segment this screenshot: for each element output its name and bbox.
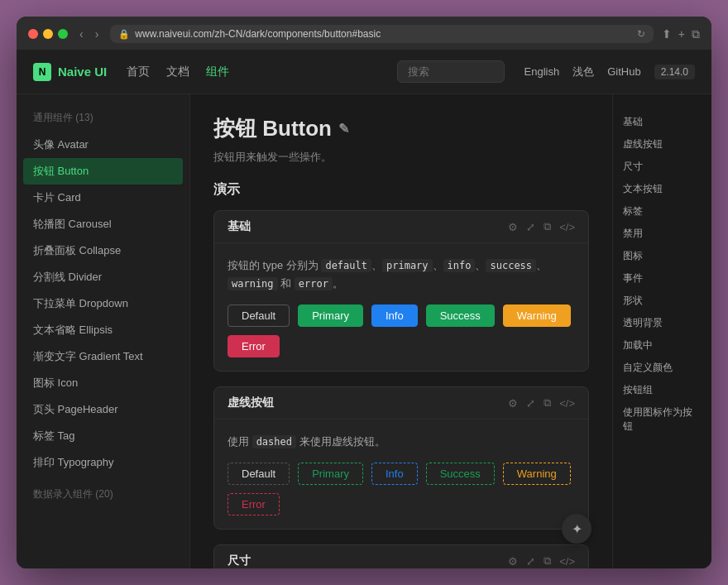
minimize-button[interactable]	[43, 29, 53, 39]
basic-button-group-2: Error	[228, 335, 575, 357]
new-tab-button[interactable]: +	[678, 27, 685, 41]
traffic-lights	[28, 29, 68, 39]
btn-error[interactable]: Error	[228, 335, 280, 357]
basic-button-group: Default Primary Info Success Warning	[228, 304, 575, 327]
maximize-button[interactable]	[58, 29, 68, 39]
close-button[interactable]	[28, 29, 38, 39]
sidebar-item-collapse[interactable]: 折叠面板 Collapse	[17, 237, 189, 264]
code-icon-2[interactable]: </>	[559, 397, 575, 410]
sidebar-item-icon[interactable]: 图标 Icon	[17, 370, 189, 396]
btn-dashed-primary[interactable]: Primary	[298, 463, 363, 485]
right-sidebar-item-size[interactable]: 尺寸	[623, 156, 702, 178]
sidebar-item-button[interactable]: 按钮 Button	[23, 158, 183, 185]
floating-action-button[interactable]: ✦	[562, 514, 592, 544]
btn-warning[interactable]: Warning	[503, 304, 571, 327]
sidebar: 通用组件 (13) 头像 Avatar 按钮 Button 卡片 Card 轮播…	[17, 94, 190, 568]
nav-docs[interactable]: 文档	[166, 61, 189, 83]
sidebar-section-title: 通用组件 (13)	[17, 108, 189, 132]
right-sidebar-item-tag[interactable]: 标签	[623, 200, 702, 223]
copy-icon-2[interactable]: ⧉	[544, 396, 551, 410]
demo-card-size-header: 尺寸 ⚙ ⤢ ⧉ </>	[214, 545, 588, 568]
btn-dashed-warning[interactable]: Warning	[503, 463, 571, 485]
back-button[interactable]: ‹	[76, 26, 87, 42]
demo-card-dashed-actions: ⚙ ⤢ ⧉ </>	[508, 396, 575, 410]
sidebar-item-carousel[interactable]: 轮播图 Carousel	[17, 211, 189, 237]
demo-card-dashed: 虚线按钮 ⚙ ⤢ ⧉ </> 使用 dashed 来使用虚线按钮。	[213, 386, 589, 530]
demo-card-dashed-body: 使用 dashed 来使用虚线按钮。 Default Primary Info …	[214, 420, 588, 529]
nav-components[interactable]: 组件	[206, 61, 229, 83]
code-default: default	[321, 259, 371, 272]
nav-github[interactable]: GitHub	[607, 65, 640, 78]
sidebar-item-pageheader[interactable]: 页头 PageHeader	[17, 396, 189, 423]
demo-card-basic: 基础 ⚙ ⤢ ⧉ </> 按钮的 type 分别为 default、primar…	[213, 210, 589, 372]
app-content: N Naive UI 首页 文档 组件 English 浅色 GitHub 2.…	[17, 50, 711, 568]
sidebar-item-gradient[interactable]: 渐变文字 Gradient Text	[17, 343, 189, 370]
browser-chrome: ‹ › 🔒 ↻ ⬆ + ⧉	[17, 17, 711, 50]
right-sidebar-item-event[interactable]: 事件	[623, 267, 702, 290]
edit-icon[interactable]: ✎	[338, 121, 349, 137]
code-info: info	[443, 259, 476, 272]
sidebar-item-tag[interactable]: 标签 Tag	[17, 423, 189, 449]
demo-card-basic-title: 基础	[228, 219, 251, 234]
right-sidebar-item-icon[interactable]: 图标	[623, 245, 702, 267]
copy-icon-3[interactable]: ⧉	[544, 554, 551, 568]
settings-icon[interactable]: ⚙	[508, 221, 518, 233]
right-sidebar-item-icon-as-button[interactable]: 使用图标作为按钮	[623, 401, 702, 438]
right-sidebar-item-basic[interactable]: 基础	[623, 111, 702, 133]
expand-icon-2[interactable]: ⤢	[526, 397, 535, 410]
btn-dashed-error[interactable]: Error	[228, 493, 280, 515]
sidebar-bottom-section: 数据录入组件 (20)	[17, 484, 189, 508]
address-bar[interactable]	[135, 28, 631, 40]
btn-success[interactable]: Success	[426, 304, 495, 327]
sidebar-item-divider[interactable]: 分割线 Divider	[17, 264, 189, 290]
sidebar-item-avatar[interactable]: 头像 Avatar	[17, 132, 189, 158]
search-input[interactable]	[397, 60, 505, 83]
share-button[interactable]: ⬆	[662, 27, 672, 41]
btn-info[interactable]: Info	[371, 304, 418, 327]
content-area: 按钮 Button ✎ 按钮用来触发一些操作。 演示 基础 ⚙ ⤢ ⧉	[190, 94, 612, 568]
right-sidebar-item-loading[interactable]: 加载中	[623, 334, 702, 357]
code-warning: warning	[228, 277, 278, 290]
nav-theme[interactable]: 浅色	[572, 65, 594, 79]
demo-card-dashed-header: 虚线按钮 ⚙ ⤢ ⧉ </>	[214, 387, 588, 420]
code-icon[interactable]: </>	[559, 221, 575, 233]
right-sidebar-item-button-group[interactable]: 按钮组	[623, 379, 702, 401]
right-sidebar-item-transparent[interactable]: 透明背景	[623, 312, 702, 334]
code-icon-3[interactable]: </>	[559, 555, 575, 568]
nav-right: English 浅色 GitHub 2.14.0	[524, 65, 695, 79]
page-description: 按钮用来触发一些操作。	[213, 150, 589, 165]
expand-icon-3[interactable]: ⤢	[526, 555, 535, 568]
demo-dashed-description: 使用 dashed 来使用虚线按钮。	[228, 433, 575, 451]
btn-dashed-success[interactable]: Success	[426, 463, 495, 485]
sidebar-item-typography[interactable]: 排印 Typography	[17, 449, 189, 476]
btn-dashed-info[interactable]: Info	[371, 463, 418, 485]
address-bar-container: 🔒 ↻	[110, 25, 653, 43]
dashed-button-group-2: Error	[228, 493, 575, 515]
sidebar-item-dropdown[interactable]: 下拉菜单 Dropdown	[17, 290, 189, 317]
btn-primary[interactable]: Primary	[298, 304, 363, 327]
version-badge: 2.14.0	[654, 65, 695, 79]
expand-icon[interactable]: ⤢	[526, 221, 535, 233]
settings-icon-2[interactable]: ⚙	[508, 397, 518, 410]
right-sidebar-item-shape[interactable]: 形状	[623, 290, 702, 312]
right-sidebar-item-dashed[interactable]: 虚线按钮	[623, 133, 702, 156]
reload-icon[interactable]: ↻	[637, 28, 645, 40]
btn-dashed-default[interactable]: Default	[228, 463, 290, 485]
btn-default[interactable]: Default	[228, 304, 290, 327]
right-sidebar-item-disabled[interactable]: 禁用	[623, 223, 702, 245]
right-sidebar-item-text[interactable]: 文本按钮	[623, 178, 702, 200]
nav-links: 首页 文档 组件	[127, 61, 376, 83]
right-sidebar-item-custom-color[interactable]: 自定义颜色	[623, 357, 702, 379]
sidebar-item-ellipsis[interactable]: 文本省略 Ellipsis	[17, 317, 189, 343]
settings-icon-3[interactable]: ⚙	[508, 555, 518, 568]
sidebar-item-card[interactable]: 卡片 Card	[17, 185, 189, 211]
dashed-button-group: Default Primary Info Success Warning	[228, 463, 575, 485]
floating-icon: ✦	[572, 521, 582, 537]
sidebar-button[interactable]: ⧉	[692, 27, 700, 41]
demo-basic-description: 按钮的 type 分别为 default、primary、info、succes…	[228, 257, 575, 293]
nav-home[interactable]: 首页	[127, 61, 150, 83]
copy-icon[interactable]: ⧉	[544, 220, 551, 233]
demo-card-basic-actions: ⚙ ⤢ ⧉ </>	[508, 220, 575, 233]
nav-language[interactable]: English	[524, 65, 560, 78]
forward-button[interactable]: ›	[92, 26, 103, 42]
